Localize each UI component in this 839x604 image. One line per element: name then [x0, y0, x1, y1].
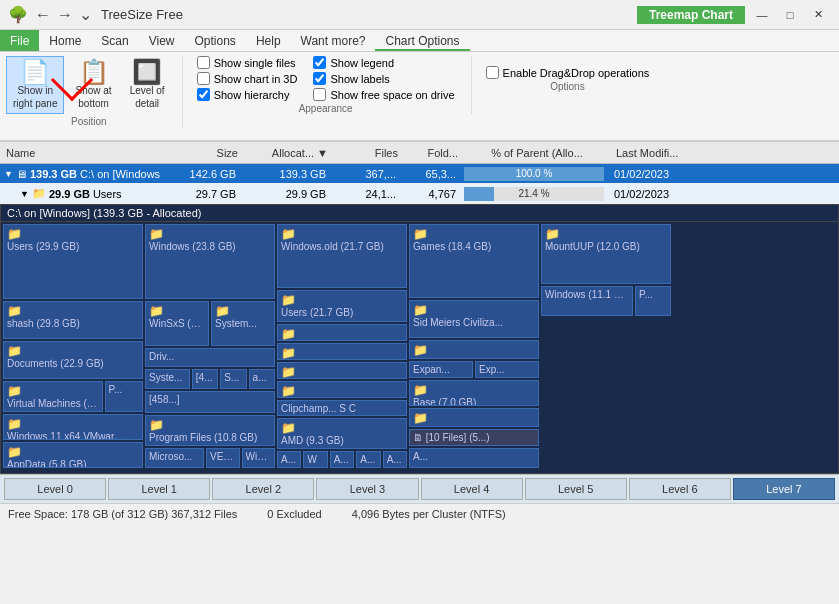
tm-block-local[interactable]: 📁 Local (20.7 GB) — [277, 362, 407, 379]
menu-home[interactable]: Home — [39, 30, 91, 51]
tm-block-p1[interactable]: P... — [105, 381, 144, 412]
tm-block-458[interactable]: [458...] — [145, 391, 275, 413]
col-modified[interactable]: Last Modifi... — [612, 147, 837, 159]
tm-block-dlc[interactable]: 📁 DLC (11.1 GB) — [409, 340, 539, 359]
tm-block-shash1[interactable]: 📁 shash (29.8 GB) — [3, 301, 143, 339]
tm-block-vm[interactable]: 📁 Virtual Machines (18.2 GB) — [3, 381, 103, 412]
menu-file[interactable]: File — [0, 30, 39, 51]
treemap-tab[interactable]: Treemap Chart — [637, 6, 745, 24]
tm-block-amd[interactable]: 📁 AMD (9.3 GB) — [277, 418, 407, 449]
tm-block-a5[interactable]: A... — [383, 451, 407, 468]
tm-block-microso[interactable]: Microso... — [145, 448, 204, 468]
tm-label: Driv... — [149, 351, 271, 362]
level-detail-button[interactable]: 🔲 Level ofdetail — [123, 56, 172, 114]
menu-view[interactable]: View — [139, 30, 185, 51]
level-0-button[interactable]: Level 0 — [4, 478, 106, 500]
tm-block-p2[interactable]: P... — [635, 286, 671, 316]
tm-block-appdata2[interactable]: 📁 AppData (21.5 GB) — [277, 343, 407, 360]
tm-block-wind[interactable]: Wind... — [242, 448, 276, 468]
check-hierarchy-label: Show hierarchy — [214, 89, 290, 101]
tm-block-win11[interactable]: 📁 Windows 11 x64 VMwar... — [3, 414, 143, 440]
check-chart-3d[interactable] — [197, 72, 210, 85]
appearance-label: Appearance — [299, 103, 353, 114]
tm-block-winsxs[interactable]: 📁 WinSxS (8.8 ... — [145, 301, 209, 346]
tm-block-10files[interactable]: 🗎 [10 Files] (5...) — [409, 429, 539, 446]
check-hierarchy[interactable] — [197, 88, 210, 101]
dropdown-button[interactable]: ⌄ — [76, 5, 95, 24]
tm-block-a3[interactable]: A... — [330, 451, 354, 468]
tm-block-users[interactable]: 📁 Users (29.9 GB) — [3, 224, 143, 299]
tm-block-4[interactable]: [4... — [192, 369, 218, 389]
menu-scan[interactable]: Scan — [91, 30, 138, 51]
check-drag-drop[interactable] — [486, 66, 499, 79]
tm-block-mountuup-sub[interactable]: A... — [409, 448, 539, 468]
tm-block-sid[interactable]: 📁 Sid Meiers Civiliza... — [409, 300, 539, 338]
tm-block-w2[interactable]: W — [303, 451, 327, 468]
col-files[interactable]: Files — [332, 147, 402, 159]
tm-block-winold[interactable]: 📁 Windows.old (21.7 GB) — [277, 224, 407, 288]
maximize-button[interactable]: □ — [777, 5, 803, 25]
col-folders[interactable]: Fold... — [402, 147, 462, 159]
tm-block-syste2[interactable]: Syste... — [145, 369, 190, 389]
tm-block-appdata1[interactable]: 📁 AppData (5.8 GB) — [3, 442, 143, 468]
tm-block-clipchamp[interactable]: Clipchamp... S C — [277, 400, 407, 416]
level-6-button[interactable]: Level 6 — [629, 478, 731, 500]
status-bar: Free Space: 178 GB (of 312 GB) 367,312 F… — [0, 503, 839, 523]
tm-block-windows2[interactable]: Windows (11.1 GB) — [541, 286, 633, 316]
tm-label: WinSxS (8.8 ... — [149, 318, 205, 329]
tm-row3: Syste... [4... S... a... — [145, 369, 275, 389]
pct-text: 21.4 % — [464, 187, 604, 201]
back-button[interactable]: ← — [32, 6, 54, 24]
check-free-space[interactable] — [313, 88, 326, 101]
tm-block-platforms[interactable]: 📁 Platforms (6.6 ... — [409, 408, 539, 427]
tm-block-s[interactable]: S... — [220, 369, 246, 389]
menu-help[interactable]: Help — [246, 30, 291, 51]
col-name[interactable]: Name — [2, 147, 162, 159]
menu-chart-options[interactable]: Chart Options — [375, 30, 469, 51]
table-row[interactable]: ▼ 📁 29.9 GB Users 29.7 GB 29.9 GB 24,1..… — [0, 184, 839, 204]
ribbon-appearance: Show single files Show chart in 3D Show … — [197, 56, 472, 114]
level-3-button[interactable]: Level 3 — [316, 478, 418, 500]
tm-block-a[interactable]: a... — [249, 369, 275, 389]
tm-block-packages[interactable]: 📁 Packages (16.8 ... G... — [277, 381, 407, 398]
tm-block-windows[interactable]: 📁 Windows (23.8 GB) — [145, 224, 275, 299]
tm-label: Microso... — [149, 451, 200, 462]
table-row[interactable]: ▼ 🖥 139.3 GB C:\ on [Windows] 142.6 GB 1… — [0, 164, 839, 184]
tm-label: shash (29.8 GB) — [7, 318, 139, 329]
check-labels[interactable] — [313, 72, 326, 85]
level-2-button[interactable]: Level 2 — [212, 478, 314, 500]
menu-options[interactable]: Options — [185, 30, 246, 51]
tm-block-mountuup[interactable]: 📁 MountUUP (12.0 GB) — [541, 224, 671, 284]
tm-block-system[interactable]: 📁 System... — [211, 301, 275, 346]
level-5-button[interactable]: Level 5 — [525, 478, 627, 500]
col-alloc[interactable]: Allocat... ▼ — [242, 147, 332, 159]
col-size[interactable]: Size — [162, 147, 242, 159]
tm-block-a2[interactable]: A... — [277, 451, 301, 468]
tm-block-a4[interactable]: A... — [356, 451, 380, 468]
tm-block-vega[interactable]: VEGA... — [206, 448, 240, 468]
tm-block-exp2[interactable]: Exp... — [475, 361, 539, 379]
check-single-files[interactable] — [197, 56, 210, 69]
minimize-button[interactable]: — — [749, 5, 775, 25]
tm-block-games[interactable]: 📁 Games (18.4 GB) — [409, 224, 539, 298]
tm-block-users2[interactable]: 📁 Users (21.7 GB) — [277, 290, 407, 323]
tm-block-shash2[interactable]: 📁 shash (21.5 GB) — [277, 324, 407, 341]
level-1-button[interactable]: Level 1 — [108, 478, 210, 500]
check-single-files-label: Show single files — [214, 57, 296, 69]
tm-label: Clipchamp... S C — [281, 403, 403, 414]
status-cluster: 4,096 Bytes per Cluster (NTFS) — [352, 508, 506, 520]
col-pct[interactable]: % of Parent (Allo... — [462, 147, 612, 159]
check-legend[interactable] — [313, 56, 326, 69]
level-4-button[interactable]: Level 4 — [421, 478, 523, 500]
row1-size: 139.3 GB — [30, 168, 77, 180]
forward-button[interactable]: → — [54, 6, 76, 24]
level-7-button[interactable]: Level 7 — [733, 478, 835, 500]
menu-want-more[interactable]: Want more? — [291, 30, 376, 51]
tm-block-docs[interactable]: 📁 Documents (22.9 GB) — [3, 341, 143, 379]
tm-block-driv[interactable]: Driv... — [145, 348, 275, 367]
show-right-pane-button[interactable]: 📄 Show inright pane — [6, 56, 64, 114]
close-button[interactable]: ✕ — [805, 5, 831, 25]
tm-block-base[interactable]: 📁 Base (7.0 GB) — [409, 380, 539, 405]
tm-block-expan[interactable]: Expan... — [409, 361, 473, 379]
tm-block-progfiles[interactable]: 📁 Program Files (10.8 GB) — [145, 415, 275, 446]
